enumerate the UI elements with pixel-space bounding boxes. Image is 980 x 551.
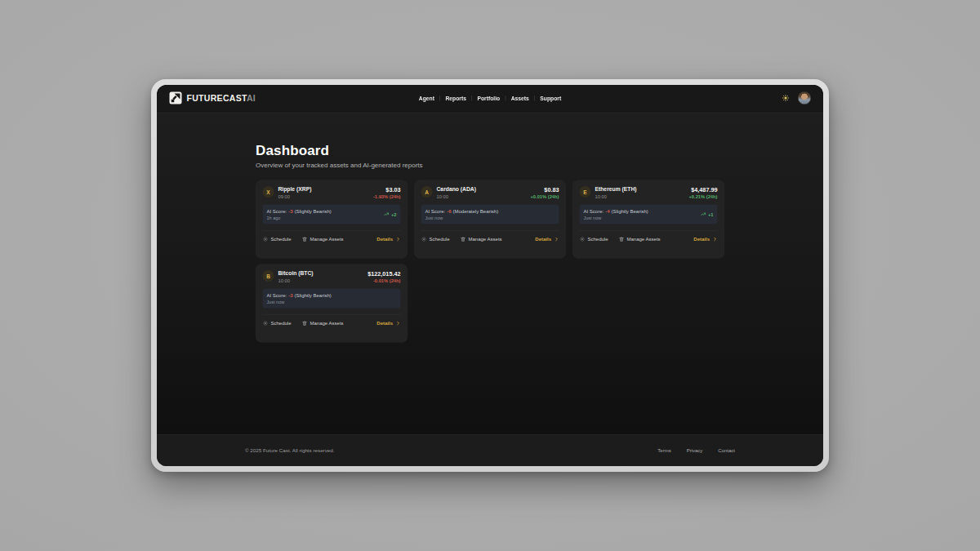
asset-time: 10:00 [437,194,476,199]
ai-score-label: AI Score: [267,292,287,298]
ai-score-label: AI Score: [267,208,287,214]
details-button[interactable]: Details [376,321,400,327]
nav-item-agent[interactable]: Agent [413,95,439,101]
gear-icon [263,237,269,242]
gear-icon [263,321,269,327]
manage-assets-button[interactable]: Manage Assets [302,321,344,327]
asset-symbol-badge: X [263,186,274,198]
chevron-right-icon [713,237,718,242]
chevron-right-icon [555,237,559,242]
footer-link-privacy[interactable]: Privacy [687,447,703,453]
chevron-right-icon [396,237,401,242]
trash-icon [461,237,466,242]
ai-score-label: AI Score: [584,208,604,214]
card-divider [421,231,559,232]
asset-symbol-badge: B [263,270,274,282]
trash-icon [302,321,308,327]
page-title: Dashboard [256,143,724,159]
ai-sentiment: (Slightly Bearish) [295,292,332,298]
asset-change: -0.01% (24h) [368,278,400,283]
trash-icon [302,237,308,242]
asset-change: +0.21% (24h) [689,194,718,199]
card-divider [263,231,401,232]
app-footer: © 2025 Future Cast. All rights reserved.… [157,434,823,466]
asset-card-grid: X Ripple (XRP) 09:00 $3.03 -1.93% (24h) [256,180,724,343]
footer-link-contact[interactable]: Contact [718,447,735,453]
asset-name: Ripple (XRP) [278,186,312,193]
card-divider [580,231,718,232]
desktop-background: FUTURECASTAI Agent Reports Portfolio Ass… [0,0,980,551]
sun-icon[interactable] [782,95,790,102]
card-divider [263,315,401,316]
ai-score-panel: AI Score:-6(Moderately Bearish) Just now [421,205,559,224]
asset-price: $122,015.42 [368,270,400,277]
manage-assets-button[interactable]: Manage Assets [619,237,661,242]
footer-link-terms[interactable]: Terms [657,447,670,453]
nav-item-reports[interactable]: Reports [440,95,472,101]
brand-name: FUTURECASTAI [187,93,256,103]
user-avatar[interactable] [798,91,811,104]
ai-score-value: -3 [288,292,292,298]
asset-symbol-badge: E [580,186,591,198]
asset-symbol-badge: A [421,186,433,198]
brand-home-link[interactable]: FUTURECASTAI [169,91,256,104]
asset-time: 10:00 [595,194,637,199]
manage-assets-button[interactable]: Manage Assets [302,237,344,242]
trash-icon [619,237,625,242]
ai-score-value: -6 [447,208,451,214]
asset-name: Bitcoin (BTC) [278,270,314,277]
asset-change: +0.01% (24h) [531,194,559,199]
trending-up-icon [700,211,706,217]
asset-card-ripple: X Ripple (XRP) 09:00 $3.03 -1.93% (24h) [256,180,408,259]
schedule-button[interactable]: Schedule [421,237,450,242]
brand-accent: AI [247,93,256,103]
ai-updated: Just now [267,300,332,304]
asset-price: $3.03 [373,186,401,193]
schedule-button[interactable]: Schedule [580,237,608,242]
ai-score-label: AI Score: [425,208,446,214]
app-header: FUTURECASTAI Agent Reports Portfolio Ass… [157,85,823,112]
asset-name: Cardano (ADA) [437,186,476,193]
header-right-controls [782,91,812,104]
asset-card-bitcoin: B Bitcoin (BTC) 10:00 $122,015.42 -0.01%… [256,264,408,343]
main-content: Dashboard Overview of your tracked asset… [157,112,823,435]
schedule-button[interactable]: Schedule [263,237,292,242]
copyright-text: © 2025 Future Cast. All rights reserved. [245,447,335,453]
trending-up-icon [383,211,389,217]
ai-score-value: -3 [288,208,292,214]
device-frame: FUTURECASTAI Agent Reports Portfolio Ass… [151,79,829,472]
asset-price: $0.83 [531,186,559,193]
diagonal-arrow-logo-icon [169,91,182,104]
ai-sentiment: (Moderately Bearish) [453,208,499,214]
page-subtitle: Overview of your tracked assets and AI-g… [256,162,724,169]
ai-sentiment: (Slightly Bearish) [295,208,332,214]
ai-score-panel: AI Score:-3(Slightly Bearish) Just now [263,289,401,309]
asset-change: -1.93% (24h) [373,194,401,199]
ai-score-panel: AI Score:-4(Slightly Bearish) Just now +… [580,205,718,224]
chevron-right-icon [396,321,401,326]
footer-links: Terms Privacy Contact [657,447,735,453]
details-button[interactable]: Details [535,237,559,242]
details-button[interactable]: Details [693,237,717,242]
nav-item-support[interactable]: Support [535,95,567,101]
asset-time: 09:00 [278,194,312,199]
app-window: FUTURECASTAI Agent Reports Portfolio Ass… [157,85,823,466]
nav-item-portfolio[interactable]: Portfolio [472,95,506,101]
schedule-button[interactable]: Schedule [263,321,292,327]
score-trend: +1 [700,211,713,217]
asset-card-cardano: A Cardano (ADA) 10:00 $0.83 +0.01% (24h) [414,180,566,259]
score-trend: +2 [383,211,396,217]
asset-name: Ethereum (ETH) [595,186,637,193]
gear-icon [421,237,427,242]
nav-item-assets[interactable]: Assets [506,95,534,101]
ai-updated: Just now [584,216,648,220]
ai-updated: Just now [425,216,499,220]
details-button[interactable]: Details [376,237,400,242]
asset-price: $4,487.99 [689,186,718,193]
ai-score-value: -4 [605,208,609,214]
gear-icon [580,237,586,242]
ai-score-panel: AI Score:-3(Slightly Bearish) 1h ago +2 [263,205,401,224]
asset-time: 10:00 [278,278,314,283]
main-nav: Agent Reports Portfolio Assets Support [413,85,566,111]
manage-assets-button[interactable]: Manage Assets [461,237,502,242]
